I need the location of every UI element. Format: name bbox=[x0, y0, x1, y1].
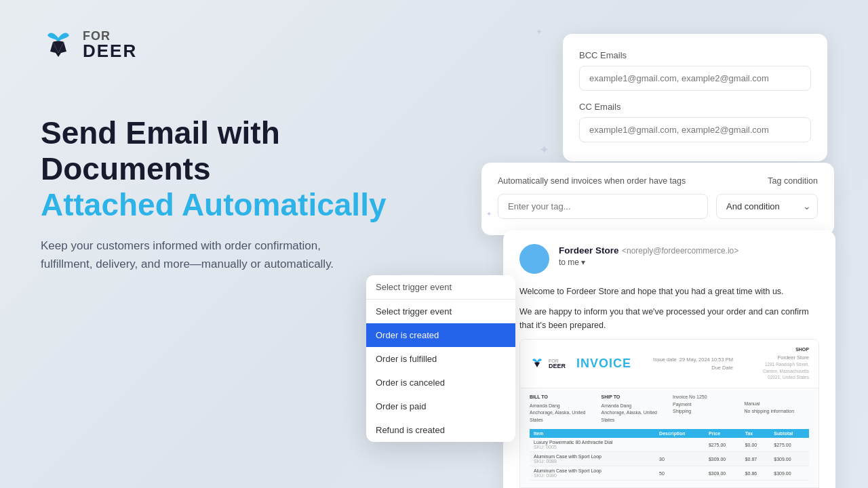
trigger-option-order-fulfilled[interactable]: Order is fulfilled bbox=[366, 347, 515, 371]
trigger-option-select[interactable]: Select trigger event bbox=[366, 300, 515, 323]
invoice-table: Item Description Price Tax Subtotal Luxu… bbox=[530, 429, 809, 481]
trigger-option-order-canceled[interactable]: Order is canceled bbox=[366, 371, 515, 394]
item-desc: 50 bbox=[655, 466, 705, 481]
table-row: Aluminum Case with Sport LoopSKU: 0088 3… bbox=[530, 452, 809, 466]
col-item: Item bbox=[530, 429, 655, 438]
invoice-preview: FOR DEER INVOICE Issue date 29 May, 2024… bbox=[519, 339, 819, 488]
item-price: $309.00 bbox=[705, 466, 741, 481]
bcc-field: BCC Emails bbox=[579, 50, 811, 91]
col-price: Price bbox=[705, 429, 741, 438]
logo-text: FOR DEER bbox=[83, 30, 137, 60]
tag-input[interactable] bbox=[498, 194, 708, 219]
hero-subtitle: Keep your customers informed with order … bbox=[41, 237, 353, 273]
ship-to-label: SHIP TO bbox=[601, 394, 667, 401]
hero-title-black: Send Email with Documents bbox=[41, 115, 434, 187]
email-body-line2: We are happy to inform you that we've pr… bbox=[519, 305, 819, 332]
invoice-addresses: BILL TO Amanda Dang Anchorage, Alaska, U… bbox=[530, 394, 809, 424]
item-name: Aluminum Case with Sport LoopSKU: 0088 bbox=[530, 452, 655, 466]
trigger-option-refund-created[interactable]: Refund is created bbox=[366, 418, 515, 442]
bcc-input[interactable] bbox=[579, 66, 811, 91]
to-me-text: to me bbox=[559, 258, 579, 267]
trigger-dropdown-card: Select trigger event Order is created Or… bbox=[366, 275, 515, 442]
ship-to-address: Anchorage, Alaska, United States bbox=[601, 409, 667, 424]
condition-select-wrapper: And condition Or condition bbox=[716, 194, 818, 219]
manual-label: Manual bbox=[745, 401, 810, 408]
sender-info: Fordeer Store <noreply@fordeercommerce.i… bbox=[559, 244, 819, 267]
bcc-label: BCC Emails bbox=[579, 50, 811, 60]
item-tax: $0.87 bbox=[741, 452, 770, 466]
invoice-no-block: Invoice No 1250 Payment Shipping bbox=[673, 394, 738, 424]
item-tax: $0.86 bbox=[741, 466, 770, 481]
col-description: Description bbox=[655, 429, 705, 438]
invoice-title: INVOICE bbox=[576, 357, 631, 371]
cc-input[interactable] bbox=[579, 117, 811, 142]
item-tax: $0.00 bbox=[741, 438, 770, 452]
trigger-option-order-paid[interactable]: Order is paid bbox=[366, 394, 515, 418]
shipping-label: Shipping bbox=[673, 408, 738, 415]
invoice-no: Invoice No 1250 bbox=[673, 394, 738, 401]
invoice-date: Issue date 29 May, 2024 10:53 PM bbox=[653, 356, 733, 363]
no-shipping-label: No shipping information bbox=[745, 408, 810, 415]
invoice-due-date: Due Date bbox=[653, 364, 733, 371]
tag-inputs-row: And condition Or condition bbox=[498, 194, 818, 219]
invoice-logo-icon bbox=[530, 357, 545, 371]
col-tax: Tax bbox=[741, 429, 770, 438]
col-subtotal: Subtotal bbox=[770, 429, 809, 438]
shop-name: Fordeer Store bbox=[755, 354, 809, 361]
bill-to-label: BILL TO bbox=[530, 394, 595, 401]
logo: FOR DEER bbox=[41, 27, 137, 62]
item-desc bbox=[655, 438, 705, 452]
deco-star-2: ✦ bbox=[536, 27, 542, 37]
to-me-label: to me ▾ bbox=[559, 258, 819, 267]
fordeer-logo-icon bbox=[41, 27, 76, 62]
invoice-logo-text: FOR DEER bbox=[549, 359, 566, 369]
item-name: Luxury Powermatic 80 Anthracite DialSKU:… bbox=[530, 438, 655, 452]
bill-to-block: BILL TO Amanda Dang Anchorage, Alaska, U… bbox=[530, 394, 595, 424]
sender-row: Fordeer Store <noreply@fordeercommerce.i… bbox=[519, 244, 819, 274]
invoice-header: FOR DEER INVOICE Issue date 29 May, 2024… bbox=[520, 340, 818, 388]
cc-field: CC Emails bbox=[579, 102, 811, 142]
tag-card-header: Automatically send invoices when order h… bbox=[498, 176, 818, 186]
tag-condition-card: Automatically send invoices when order h… bbox=[481, 163, 834, 235]
ship-to-name: Amanda Dang bbox=[601, 403, 667, 410]
auto-send-label: Automatically send invoices when order h… bbox=[498, 176, 686, 186]
shop-info: SHOP Fordeer Store 1281 Randolph Street,… bbox=[755, 346, 809, 381]
item-name: Aluminum Case with Sport LoopSKU: 0080 bbox=[530, 466, 655, 481]
sender-name-row: Fordeer Store <noreply@fordeercommerce.i… bbox=[559, 244, 819, 256]
invoice-values-block: Manual No shipping information bbox=[745, 394, 810, 424]
invoice-body: BILL TO Amanda Dang Anchorage, Alaska, U… bbox=[520, 388, 818, 487]
deco-star-3: ✦ bbox=[486, 210, 492, 218]
hero-title-blue: Attached Automatically bbox=[41, 187, 434, 223]
item-subtotal: $309.00 bbox=[770, 466, 809, 481]
tag-condition-label: Tag condition bbox=[768, 176, 818, 186]
cc-label: CC Emails bbox=[579, 102, 811, 112]
table-row: Luxury Powermatic 80 Anthracite DialSKU:… bbox=[530, 438, 809, 452]
sender-name: Fordeer Store bbox=[559, 245, 619, 256]
invoice-logo: FOR DEER bbox=[530, 357, 566, 371]
invoice-meta: Issue date 29 May, 2024 10:53 PM Due Dat… bbox=[653, 356, 733, 371]
shop-address: 1281 Randolph Street, Canton, Massachuse… bbox=[755, 361, 809, 381]
item-subtotal: $275.00 bbox=[770, 438, 809, 452]
table-row: Aluminum Case with Sport LoopSKU: 0080 5… bbox=[530, 466, 809, 481]
ship-to-block: SHIP TO Amanda Dang Anchorage, Alaska, U… bbox=[601, 394, 667, 424]
avatar bbox=[519, 244, 549, 274]
hero-section: Send Email with Documents Attached Autom… bbox=[41, 115, 434, 273]
condition-select[interactable]: And condition Or condition bbox=[716, 194, 818, 219]
item-price: $309.00 bbox=[705, 452, 741, 466]
email-body-line1: Welcome to Fordeer Store and hope that y… bbox=[519, 285, 819, 298]
trigger-header-input[interactable] bbox=[366, 275, 515, 300]
deco-star-1: ✦ bbox=[539, 142, 549, 157]
payment-label: Payment bbox=[673, 401, 738, 409]
bill-to-address: Anchorage, Alaska, United States bbox=[530, 409, 595, 424]
item-price: $275.00 bbox=[705, 438, 741, 452]
trigger-option-order-created[interactable]: Order is created bbox=[366, 323, 515, 347]
item-desc: 30 bbox=[655, 452, 705, 466]
logo-deer: DEER bbox=[83, 42, 137, 60]
chevron-down-icon: ▾ bbox=[581, 258, 585, 267]
email-settings-card: BCC Emails CC Emails bbox=[563, 34, 827, 161]
email-preview-card: Fordeer Store <noreply@fordeercommerce.i… bbox=[503, 230, 835, 488]
item-subtotal: $309.00 bbox=[770, 452, 809, 466]
sender-email-addr: <noreply@fordeercommerce.io> bbox=[622, 246, 738, 256]
bill-to-name: Amanda Dang bbox=[530, 403, 595, 410]
